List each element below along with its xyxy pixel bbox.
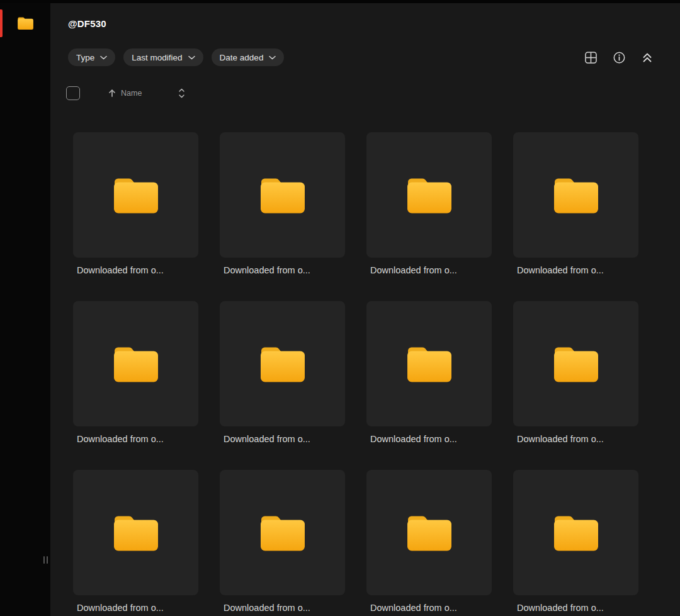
folder-icon bbox=[112, 345, 160, 384]
folder-icon bbox=[112, 176, 160, 215]
chevron-up-down-icon bbox=[178, 88, 185, 99]
folder-icon bbox=[259, 513, 307, 552]
folder-icon bbox=[17, 16, 34, 30]
folder-tile[interactable] bbox=[513, 301, 638, 426]
folder-tile[interactable] bbox=[220, 301, 345, 426]
file-name: Downloaded from o... bbox=[73, 433, 198, 445]
folder-tile[interactable] bbox=[73, 132, 198, 258]
toolbar: Type Last modified Date added bbox=[68, 48, 655, 66]
file-grid: Downloaded from o... Downloaded from o..… bbox=[68, 132, 655, 613]
main-panel: @DF530 Type Last modified Date added bbox=[50, 0, 680, 616]
info-icon bbox=[613, 51, 626, 64]
collapse-button[interactable] bbox=[640, 50, 655, 65]
grid-item[interactable]: Downloaded from o... bbox=[73, 301, 198, 445]
folder-tile[interactable] bbox=[513, 132, 638, 258]
grid-item[interactable]: Downloaded from o... bbox=[220, 470, 345, 613]
file-name: Downloaded from o... bbox=[366, 433, 492, 445]
folder-icon bbox=[259, 345, 307, 384]
chevron-down-icon bbox=[269, 55, 276, 60]
grid-item[interactable]: Downloaded from o... bbox=[366, 470, 492, 613]
filter-chips: Type Last modified Date added bbox=[68, 48, 284, 66]
file-manager-window: @DF530 Type Last modified Date added bbox=[0, 0, 680, 616]
file-name: Downloaded from o... bbox=[220, 265, 345, 276]
file-name: Downloaded from o... bbox=[220, 433, 345, 445]
folder-icon bbox=[405, 176, 453, 215]
folder-icon bbox=[552, 176, 600, 215]
info-button[interactable] bbox=[611, 50, 626, 65]
window-top-edge bbox=[0, 0, 680, 3]
folder-tile[interactable] bbox=[366, 132, 492, 258]
folder-tile[interactable] bbox=[220, 132, 345, 258]
grid-view-icon bbox=[584, 51, 598, 64]
folder-tile[interactable] bbox=[513, 470, 638, 595]
sort-by-name-button[interactable]: Name bbox=[108, 89, 142, 98]
grid-item[interactable]: Downloaded from o... bbox=[220, 132, 345, 276]
folder-icon bbox=[259, 176, 307, 215]
file-name: Downloaded from o... bbox=[513, 602, 638, 613]
select-all-checkbox[interactable] bbox=[66, 86, 80, 100]
grid-item[interactable]: Downloaded from o... bbox=[513, 132, 638, 276]
folder-icon bbox=[552, 345, 600, 384]
file-name: Downloaded from o... bbox=[220, 602, 345, 613]
page-title: @DF530 bbox=[68, 18, 655, 30]
folder-tile[interactable] bbox=[73, 470, 198, 595]
filter-last-modified-label: Last modified bbox=[132, 53, 182, 62]
sort-label: Name bbox=[121, 89, 142, 98]
grid-item[interactable]: Downloaded from o... bbox=[73, 470, 198, 613]
grid-item[interactable]: Downloaded from o... bbox=[73, 132, 198, 276]
folder-icon bbox=[552, 513, 600, 552]
grid-view-button[interactable] bbox=[583, 50, 598, 65]
sidebar-resize-handle[interactable] bbox=[42, 556, 48, 564]
grid-item[interactable]: Downloaded from o... bbox=[220, 301, 345, 445]
file-name: Downloaded from o... bbox=[73, 602, 198, 613]
grid-item[interactable]: Downloaded from o... bbox=[513, 301, 638, 445]
file-name: Downloaded from o... bbox=[366, 265, 492, 276]
filter-date-added-label: Date added bbox=[220, 53, 264, 62]
file-name: Downloaded from o... bbox=[366, 602, 492, 613]
filter-date-added-button[interactable]: Date added bbox=[212, 48, 285, 66]
file-name: Downloaded from o... bbox=[73, 265, 198, 276]
chevron-down-icon bbox=[188, 55, 195, 60]
folder-tile[interactable] bbox=[220, 470, 345, 595]
filter-type-label: Type bbox=[76, 53, 94, 62]
folder-icon bbox=[112, 513, 160, 552]
list-controls: Name bbox=[68, 86, 655, 101]
grid-item[interactable]: Downloaded from o... bbox=[366, 301, 492, 445]
sidebar-item-folder[interactable] bbox=[0, 9, 50, 38]
folder-tile[interactable] bbox=[366, 470, 492, 595]
file-name: Downloaded from o... bbox=[513, 265, 638, 276]
folder-icon bbox=[405, 513, 453, 552]
double-chevron-up-icon bbox=[642, 52, 652, 63]
view-actions bbox=[583, 50, 655, 65]
sidebar bbox=[0, 0, 50, 616]
chevron-down-icon bbox=[100, 55, 107, 60]
filter-type-button[interactable]: Type bbox=[68, 48, 115, 66]
folder-icon bbox=[405, 345, 453, 384]
grid-item[interactable]: Downloaded from o... bbox=[366, 132, 492, 276]
folder-tile[interactable] bbox=[366, 301, 492, 426]
grid-item[interactable]: Downloaded from o... bbox=[513, 470, 638, 613]
file-name: Downloaded from o... bbox=[513, 433, 638, 445]
folder-tile[interactable] bbox=[73, 301, 198, 426]
filter-last-modified-button[interactable]: Last modified bbox=[123, 48, 203, 66]
active-indicator bbox=[0, 9, 3, 37]
arrow-up-icon bbox=[108, 89, 116, 98]
sort-direction-toggle[interactable] bbox=[176, 86, 186, 100]
